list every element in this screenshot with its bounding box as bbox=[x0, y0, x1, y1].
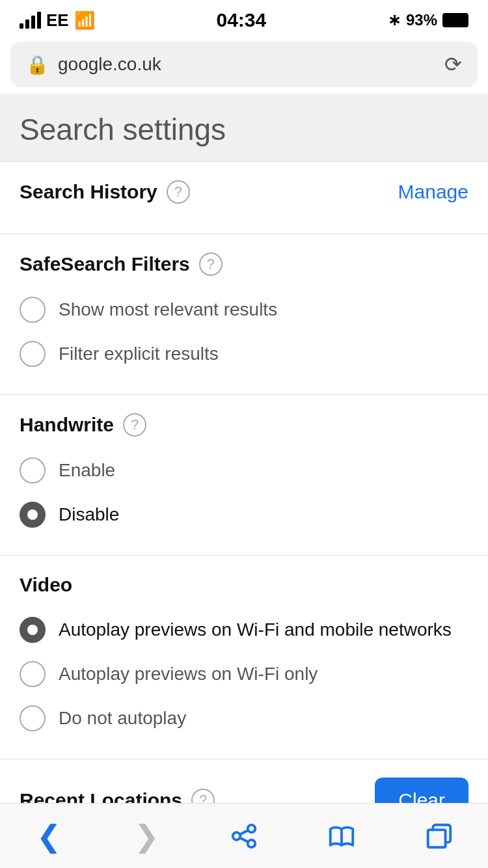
manage-link[interactable]: Manage bbox=[398, 181, 468, 203]
video-radio-0 bbox=[20, 617, 46, 643]
safesearch-section: SafeSearch Filters ? Show most relevant … bbox=[0, 234, 488, 395]
tabs-button[interactable] bbox=[413, 821, 465, 851]
video-option-2[interactable]: Do not autoplay bbox=[20, 696, 468, 740]
status-bar: EE 📶 04:34 ∗ 93% bbox=[0, 0, 488, 36]
battery-percent: 93% bbox=[406, 11, 437, 29]
handwrite-header: Handwrite ? bbox=[20, 413, 468, 437]
video-title: Video bbox=[20, 574, 72, 596]
safesearch-radio-1 bbox=[20, 341, 46, 367]
page-header: Search settings bbox=[0, 94, 488, 162]
video-header: Video bbox=[20, 574, 468, 596]
carrier-label: EE bbox=[46, 10, 69, 31]
share-button[interactable] bbox=[218, 821, 270, 851]
lock-icon: 🔒 bbox=[26, 54, 49, 75]
search-history-header: Search History ? Manage bbox=[20, 180, 468, 204]
handwrite-radio-0 bbox=[20, 457, 46, 483]
page-content: Search settings Search History ? Manage … bbox=[0, 94, 488, 868]
safesearch-radio-0 bbox=[20, 297, 46, 323]
search-history-title-group: Search History ? bbox=[20, 180, 190, 204]
handwrite-radio-1 bbox=[20, 502, 46, 528]
status-right: ∗ 93% bbox=[388, 11, 468, 29]
video-option-1[interactable]: Autoplay previews on Wi-Fi only bbox=[20, 652, 468, 696]
handwrite-section: Handwrite ? Enable Disable bbox=[0, 395, 488, 556]
handwrite-option-1[interactable]: Disable bbox=[20, 493, 468, 537]
svg-rect-0 bbox=[428, 830, 446, 847]
safesearch-title-group: SafeSearch Filters ? bbox=[20, 252, 223, 276]
safesearch-header: SafeSearch Filters ? bbox=[20, 252, 468, 276]
back-button[interactable]: ❮ bbox=[23, 819, 75, 854]
bookmarks-icon bbox=[327, 821, 357, 851]
handwrite-title: Handwrite bbox=[20, 414, 114, 436]
page-title: Search settings bbox=[20, 112, 468, 147]
video-label-1: Autoplay previews on Wi-Fi only bbox=[59, 664, 318, 685]
time-display: 04:34 bbox=[216, 9, 266, 31]
safesearch-option-1[interactable]: Filter explicit results bbox=[20, 332, 468, 376]
bookmarks-button[interactable] bbox=[316, 821, 368, 851]
safesearch-option-0[interactable]: Show most relevant results bbox=[20, 288, 468, 332]
reload-button[interactable]: ⟳ bbox=[444, 52, 462, 77]
handwrite-help-icon[interactable]: ? bbox=[123, 413, 146, 437]
safesearch-label-0: Show most relevant results bbox=[59, 299, 277, 320]
signal-icon bbox=[20, 12, 41, 29]
handwrite-title-group: Handwrite ? bbox=[20, 413, 146, 437]
video-label-0: Autoplay previews on Wi-Fi and mobile ne… bbox=[59, 619, 452, 640]
tabs-icon bbox=[424, 821, 454, 851]
handwrite-label-0: Enable bbox=[59, 460, 115, 481]
safesearch-help-icon[interactable]: ? bbox=[199, 252, 223, 276]
video-radio-2 bbox=[20, 705, 46, 731]
forward-button[interactable]: ❯ bbox=[120, 819, 172, 854]
search-history-section: Search History ? Manage bbox=[0, 162, 488, 234]
search-history-title: Search History bbox=[20, 181, 157, 203]
status-left: EE 📶 bbox=[20, 10, 95, 31]
address-bar[interactable]: 🔒 google.co.uk ⟳ bbox=[10, 42, 478, 87]
video-section: Video Autoplay previews on Wi-Fi and mob… bbox=[0, 556, 488, 759]
battery-icon bbox=[442, 13, 468, 27]
bottom-nav: ❮ ❯ bbox=[0, 803, 488, 868]
video-radio-1 bbox=[20, 661, 46, 687]
video-label-2: Do not autoplay bbox=[59, 708, 186, 729]
bluetooth-icon: ∗ bbox=[388, 11, 401, 29]
share-icon bbox=[229, 821, 259, 851]
safesearch-label-1: Filter explicit results bbox=[59, 344, 219, 364]
handwrite-option-0[interactable]: Enable bbox=[20, 448, 468, 493]
video-option-0[interactable]: Autoplay previews on Wi-Fi and mobile ne… bbox=[20, 608, 468, 652]
url-display: google.co.uk bbox=[58, 54, 161, 75]
handwrite-label-1: Disable bbox=[59, 504, 119, 525]
address-bar-inner: 🔒 google.co.uk bbox=[26, 54, 161, 75]
safesearch-title: SafeSearch Filters bbox=[20, 253, 190, 275]
wifi-icon: 📶 bbox=[74, 10, 95, 31]
search-history-help-icon[interactable]: ? bbox=[167, 180, 190, 204]
video-title-group: Video bbox=[20, 574, 72, 596]
